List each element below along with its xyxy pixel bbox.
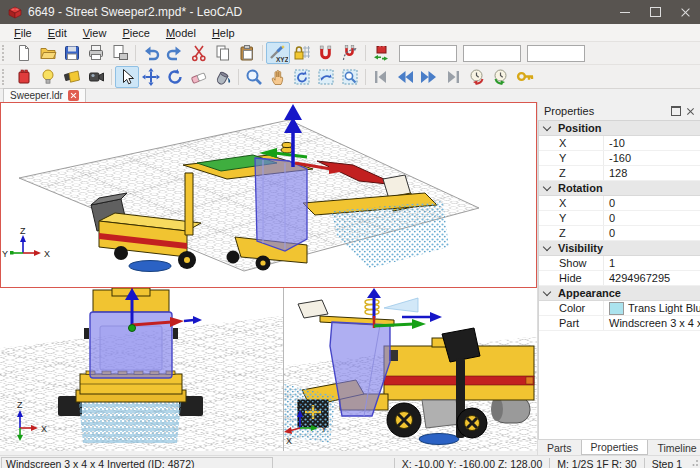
menu-edit[interactable]: Edit <box>40 26 75 40</box>
paste-button[interactable] <box>235 42 259 64</box>
close-panel-icon[interactable] <box>683 104 697 118</box>
property-row: Z0 <box>539 226 700 241</box>
dock-tab-parts[interactable]: Parts <box>538 440 581 455</box>
property-value[interactable]: -10 <box>603 136 700 150</box>
transform-z-input[interactable] <box>527 45 585 62</box>
property-row-part: PartWindscreen 3 x 4 x 4 Inve... <box>539 316 700 331</box>
document-tab-sweeper[interactable]: Sweeper.ldr <box>3 88 86 102</box>
transform-x-input[interactable] <box>399 45 457 62</box>
property-row: Hide4294967295 <box>539 271 700 286</box>
viewport-front[interactable]: Z X <box>0 288 284 451</box>
last-step-button[interactable] <box>441 66 465 88</box>
copy-button[interactable] <box>211 42 235 64</box>
menu-piece[interactable]: Piece <box>114 26 158 40</box>
print-preview-button[interactable] <box>108 42 132 64</box>
property-group-position[interactable]: Position <box>539 121 700 136</box>
zoom-region-button[interactable] <box>338 66 362 88</box>
property-row: X0 <box>539 196 700 211</box>
undo-button[interactable] <box>139 42 163 64</box>
property-group-visibility[interactable]: Visibility <box>539 241 700 256</box>
cut-button[interactable] <box>187 42 211 64</box>
transform-button[interactable] <box>369 42 393 64</box>
toolbar-drag-handle[interactable] <box>2 45 9 61</box>
property-row: X-10 <box>539 136 700 151</box>
add-keys-button[interactable] <box>513 66 537 88</box>
window-title: 6649 - Street Sweeper2.mpd* - LeoCAD <box>28 5 610 19</box>
dock-tab-properties[interactable]: Properties <box>581 440 649 455</box>
move-snap-xyz-button[interactable]: XYZ <box>266 42 290 64</box>
zoom-tool-button[interactable] <box>242 66 266 88</box>
property-value[interactable]: 128 <box>603 166 700 180</box>
lock-snap-button[interactable] <box>290 42 314 64</box>
time-forward-button[interactable] <box>489 66 513 88</box>
open-file-button[interactable] <box>36 42 60 64</box>
save-button[interactable] <box>60 42 84 64</box>
document-tab-label: Sweeper.ldr <box>10 90 63 101</box>
title-bar[interactable]: 6649 - Street Sweeper2.mpd* - LeoCAD <box>0 0 700 24</box>
property-value[interactable]: 1 <box>603 256 700 270</box>
viewport-perspective[interactable]: Z Y X <box>0 102 537 288</box>
snap-angle-button[interactable] <box>338 42 362 64</box>
float-panel-icon[interactable] <box>669 104 683 118</box>
menu-view[interactable]: View <box>75 26 115 40</box>
svg-text:XYZ: XYZ <box>276 55 288 62</box>
property-value[interactable]: Windscreen 3 x 4 x 4 Inve... <box>603 316 700 330</box>
properties-grid: Position X-10 Y-160 Z128 Rotation X0 Y0 … <box>538 120 700 440</box>
property-row: Z128 <box>539 166 700 181</box>
minimize-button[interactable] <box>610 0 640 24</box>
status-selection: Windscreen 3 x 4 x 4 Inverted (ID: 4872) <box>1 457 273 468</box>
property-group-appearance[interactable]: Appearance <box>539 286 700 301</box>
time-backward-button[interactable] <box>465 66 489 88</box>
print-button[interactable] <box>84 42 108 64</box>
property-row: Y0 <box>539 211 700 226</box>
property-row: Y-160 <box>539 151 700 166</box>
property-value[interactable]: 0 <box>603 196 700 210</box>
delete-tool-button[interactable] <box>187 66 211 88</box>
toolbar-drag-handle[interactable] <box>2 69 9 85</box>
close-button[interactable] <box>670 0 700 24</box>
first-step-button[interactable] <box>369 66 393 88</box>
maximize-button[interactable] <box>640 0 670 24</box>
menu-model[interactable]: Model <box>158 26 204 40</box>
property-name: Y <box>539 152 603 164</box>
property-value[interactable]: 0 <box>603 226 700 240</box>
transform-y-input[interactable] <box>463 45 521 62</box>
select-tool-button[interactable] <box>115 66 139 88</box>
properties-panel-header[interactable]: Properties <box>538 102 700 120</box>
previous-step-button[interactable] <box>393 66 417 88</box>
next-step-button[interactable] <box>417 66 441 88</box>
dock-tab-timeline[interactable]: Timeline <box>648 440 700 455</box>
collapse-chevron-icon <box>543 287 551 295</box>
group-label: Position <box>558 122 601 134</box>
roll-view-button[interactable] <box>314 66 338 88</box>
paint-tool-button[interactable] <box>211 66 235 88</box>
rotate-tool-button[interactable] <box>163 66 187 88</box>
property-name: Z <box>539 227 603 239</box>
property-group-rotation[interactable]: Rotation <box>539 181 700 196</box>
resize-grip[interactable] <box>689 458 699 468</box>
new-file-button[interactable] <box>12 42 36 64</box>
group-label: Rotation <box>558 182 603 194</box>
status-coordinates: X: -10.00 Y: -160.00 Z: 128.00 <box>394 458 550 468</box>
property-value[interactable]: Trans Light Blue <box>603 301 700 315</box>
menu-file[interactable]: File <box>6 26 40 40</box>
property-value[interactable]: -160 <box>603 151 700 165</box>
insert-piece-button[interactable] <box>12 66 36 88</box>
light-button[interactable] <box>36 66 60 88</box>
property-name: Z <box>539 167 603 179</box>
spotlight-button[interactable] <box>60 66 84 88</box>
property-value[interactable]: 4294967295 <box>603 271 700 285</box>
tab-close-icon[interactable] <box>68 90 79 101</box>
menu-help[interactable]: Help <box>204 26 243 40</box>
pan-tool-button[interactable] <box>266 66 290 88</box>
properties-panel: Properties Position X-10 Y-160 Z128 Rota… <box>537 102 700 455</box>
property-name: X <box>539 197 603 209</box>
camera-button[interactable] <box>84 66 108 88</box>
snap-move-button[interactable] <box>314 42 338 64</box>
property-value[interactable]: 0 <box>603 211 700 225</box>
redo-button[interactable] <box>163 42 187 64</box>
move-tool-button[interactable] <box>139 66 163 88</box>
viewport-side[interactable]: Z X Y <box>284 288 537 451</box>
group-label: Visibility <box>558 242 603 254</box>
rotate-view-button[interactable] <box>290 66 314 88</box>
